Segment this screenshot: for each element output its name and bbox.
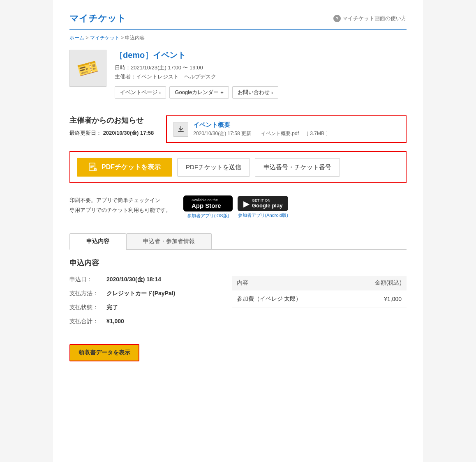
appstore-badge[interactable]: Available on the App Store <box>183 195 233 211</box>
inquiry-button[interactable]: お問い合わせ › <box>232 86 278 99</box>
table-row: 参加費（イベレジ 太郎）¥1,000 <box>232 290 407 308</box>
page-header: マイチケット ? マイチケット画面の使い方 <box>69 12 407 30</box>
breadcrumb-myticket[interactable]: マイチケット <box>90 35 120 41</box>
appstore-caption[interactable]: 参加者アプリ(iOS版) <box>187 213 229 219</box>
tab-applicant-info[interactable]: 申込者・参加者情報 <box>126 233 212 249</box>
ticket-number-button[interactable]: 申込番号・チケット番号 <box>255 158 340 177</box>
order-layout: 申込日： 2020/10/30(金) 18:14 支払方法： クレジットカード(… <box>69 276 407 332</box>
row-amount: ¥1,000 <box>349 290 407 308</box>
file-title-link[interactable]: イベント概要 <box>193 121 230 128</box>
tabs: 申込内容 申込者・参加者情報 <box>69 233 407 250</box>
googleplay-badge[interactable]: ▶ GET IT ON Google play <box>238 196 288 211</box>
help-link-label: マイチケット画面の使い方 <box>342 15 407 22</box>
row-content: 参加費（イベレジ 太郎） <box>232 290 349 308</box>
event-name: ［demo］イベント <box>115 50 278 61</box>
tab-order-content[interactable]: 申込内容 <box>69 233 126 250</box>
event-page-button[interactable]: イベントページ › <box>115 86 166 99</box>
breadcrumb-home[interactable]: ホーム <box>69 35 84 41</box>
file-box: イベント概要 2020/10/30(金) 17:58 更新 イベント概要.pdf… <box>166 115 407 143</box>
order-date-row: 申込日： 2020/10/30(金) 18:14 <box>69 276 215 283</box>
action-buttons-section: PDFチケットを表示 PDFチケットを送信 申込番号・チケット番号 <box>69 151 407 183</box>
google-play-icon: ▶ <box>243 199 250 209</box>
help-icon: ? <box>333 15 341 22</box>
order-total-row: 支払合計： ¥1,000 <box>69 318 215 325</box>
breadcrumb-current: 申込内容 <box>125 35 145 41</box>
notice-date: 最終更新日： 2020/10/30(金) 17:58 <box>69 129 154 137</box>
order-payment-method-row: 支払方法： クレジットカード(PayPal) <box>69 290 215 297</box>
event-details: ［demo］イベント 日時：2021/10/23(土) 17:00 〜 19:0… <box>115 50 278 99</box>
order-section: 申込内容 申込日： 2020/10/30(金) 18:14 支払方法： クレジッ… <box>69 258 407 361</box>
pdf-show-button[interactable]: PDFチケットを表示 <box>77 158 172 177</box>
page-title: マイチケット <box>69 12 126 25</box>
download-icon <box>173 122 188 137</box>
receipt-section: 領収書データを表示 <box>69 344 407 361</box>
order-section-title: 申込内容 <box>69 258 407 268</box>
notice-title: 主催者からのお知らせ <box>69 115 154 125</box>
app-text: 印刷不要。アプリで簡単チェックイン 専用アプリでのチケット利用も可能です。 <box>69 195 171 215</box>
ticket-icon: 🎫 <box>76 56 100 80</box>
plus-icon: + <box>220 90 224 96</box>
googleplay-caption[interactable]: 参加者アプリ(Android版) <box>238 212 288 218</box>
chevron-right-icon-2: › <box>271 90 273 96</box>
file-info: イベント概要 2020/10/30(金) 17:58 更新 イベント概要.pdf… <box>193 121 330 137</box>
event-info: 🎫 ［demo］イベント 日時：2021/10/23(土) 17:00 〜 19… <box>69 50 407 99</box>
order-meta: 申込日： 2020/10/30(金) 18:14 支払方法： クレジットカード(… <box>69 276 215 332</box>
divider-1 <box>69 107 407 107</box>
notice-right: イベント概要 2020/10/30(金) 17:58 更新 イベント概要.pdf… <box>166 115 407 143</box>
app-section: 印刷不要。アプリで簡単チェックイン 専用アプリでのチケット利用も可能です。 Av… <box>69 191 407 223</box>
pdf-icon <box>88 163 97 172</box>
file-meta: 2020/10/30(金) 17:58 更新 イベント概要.pdf ［ 3.7M… <box>193 130 330 137</box>
event-thumbnail: 🎫 <box>69 50 106 87</box>
pdf-send-button[interactable]: PDFチケットを送信 <box>177 158 250 177</box>
notice-left: 主催者からのお知らせ 最終更新日： 2020/10/30(金) 17:58 <box>69 115 154 137</box>
help-link[interactable]: ? マイチケット画面の使い方 <box>333 15 407 22</box>
order-table: 内容 金額(税込) 参加費（イベレジ 太郎）¥1,000 <box>232 276 407 308</box>
google-calendar-button[interactable]: Googleカレンダー + <box>169 86 229 99</box>
col-content: 内容 <box>232 276 349 290</box>
event-buttons: イベントページ › Googleカレンダー + お問い合わせ › <box>115 86 278 99</box>
svg-rect-0 <box>178 131 184 132</box>
event-organizer: 主催者：イベントレジスト ヘルプデスク <box>115 72 278 81</box>
app-badges-row: Available on the App Store 参加者アプリ(iOS版) … <box>183 195 288 219</box>
receipt-button[interactable]: 領収書データを表示 <box>69 344 139 361</box>
event-date: 日時：2021/10/23(土) 17:00 〜 19:00 <box>115 63 278 72</box>
col-amount: 金額(税込) <box>349 276 407 290</box>
order-payment-status-row: 支払状態： 完了 <box>69 304 215 311</box>
notice-section: 主催者からのお知らせ 最終更新日： 2020/10/30(金) 17:58 イベ… <box>69 115 407 143</box>
breadcrumb: ホーム > マイチケット > 申込内容 <box>69 34 407 41</box>
chevron-right-icon: › <box>159 90 161 96</box>
